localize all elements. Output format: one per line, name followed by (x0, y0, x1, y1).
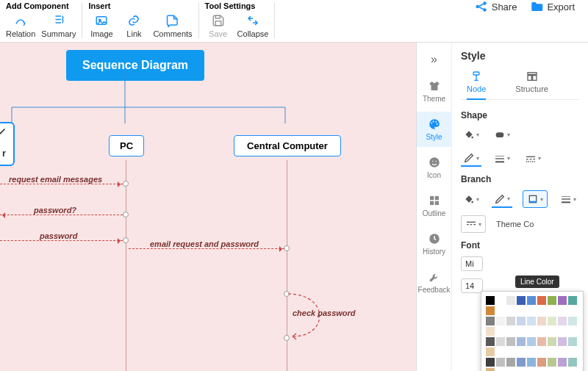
color-swatch[interactable] (486, 347, 495, 356)
color-swatch[interactable] (558, 337, 567, 346)
svg-rect-3 (215, 21, 221, 26)
message-line[interactable] (0, 240, 123, 241)
relation-button[interactable]: Relation (6, 13, 35, 38)
diagram-canvas[interactable]: Sequence Diagram r PC Central Computer r… (0, 43, 416, 371)
color-swatch[interactable] (537, 317, 546, 325)
export-button[interactable]: Export (530, 0, 575, 13)
color-swatch[interactable] (548, 317, 556, 325)
svg-point-4 (476, 5, 479, 9)
shape-fill-button[interactable]: ▾ (461, 126, 481, 143)
color-swatch[interactable] (496, 317, 505, 325)
color-swatch[interactable] (558, 296, 567, 305)
message-line[interactable] (0, 184, 123, 184)
summary-icon (51, 13, 66, 28)
color-swatch[interactable] (568, 317, 577, 325)
join[interactable] (123, 237, 129, 243)
tab-style[interactable]: Style (417, 112, 452, 147)
color-swatch[interactable] (527, 358, 536, 367)
color-swatch[interactable] (537, 296, 546, 305)
svg-rect-15 (434, 196, 438, 200)
color-swatch[interactable] (486, 358, 495, 367)
color-swatch[interactable] (486, 306, 495, 315)
color-swatch[interactable] (517, 296, 526, 305)
color-swatch[interactable] (517, 358, 526, 367)
join[interactable] (284, 291, 290, 297)
actor-edge[interactable]: r (0, 122, 15, 166)
subtab-node[interactable]: Node (467, 71, 486, 99)
summary-button[interactable]: Summary (41, 13, 76, 38)
color-swatch[interactable] (506, 317, 515, 325)
color-swatch[interactable] (486, 337, 495, 346)
tab-icon[interactable]: Icon (417, 150, 452, 185)
color-swatch[interactable] (506, 296, 515, 305)
color-swatch[interactable] (486, 317, 495, 325)
color-swatch[interactable] (527, 296, 536, 305)
color-swatch[interactable] (568, 337, 577, 346)
message-line[interactable] (0, 215, 123, 215)
group-title-add: Add Component (6, 0, 76, 10)
comments-button[interactable]: Comments (153, 13, 192, 38)
branch-line-color-button[interactable]: ▾ (523, 190, 548, 208)
branch-pen-button[interactable]: ▾ (492, 190, 512, 208)
color-swatch[interactable] (517, 317, 526, 325)
collapse-button[interactable]: Collapse (237, 13, 269, 38)
color-swatch[interactable] (568, 296, 577, 305)
link-button[interactable]: Link (121, 13, 147, 38)
color-swatch[interactable] (496, 358, 505, 367)
subtab-structure[interactable]: Structure (515, 71, 548, 99)
tooltip: Line Color (515, 275, 559, 288)
color-swatch[interactable] (506, 358, 515, 367)
color-swatch[interactable] (537, 337, 546, 346)
join[interactable] (123, 212, 129, 217)
tab-outline[interactable]: Outline (417, 188, 452, 223)
message-line[interactable] (129, 248, 284, 249)
branch-fill-button[interactable]: ▾ (461, 190, 481, 208)
color-swatch[interactable] (486, 327, 495, 336)
svg-rect-34 (562, 201, 570, 203)
color-swatch[interactable] (558, 317, 567, 325)
color-swatch[interactable] (486, 368, 495, 371)
svg-rect-16 (430, 201, 434, 205)
branch-dash-button[interactable]: ▾ (461, 215, 486, 233)
color-swatch[interactable] (548, 358, 556, 367)
image-button[interactable]: Image (88, 13, 115, 38)
color-swatch[interactable] (496, 337, 505, 346)
share-button[interactable]: Share (475, 0, 517, 13)
font-size-select[interactable]: 14 (461, 278, 483, 293)
font-family-select[interactable]: Mi (461, 256, 483, 271)
tab-feedback[interactable]: Feedback (417, 264, 452, 300)
section-shape: Shape (461, 110, 579, 120)
group-title-tools: Tool Settings (205, 0, 269, 10)
color-swatch[interactable] (486, 296, 495, 305)
branch-weight-button[interactable]: ▾ (558, 190, 578, 208)
color-swatch[interactable] (548, 296, 556, 305)
svg-rect-26 (495, 158, 504, 159)
svg-rect-14 (430, 196, 434, 200)
join[interactable] (123, 181, 129, 187)
actor-pc[interactable]: PC (109, 135, 144, 156)
message-label: email request and password (150, 239, 259, 248)
color-swatch[interactable] (496, 296, 505, 305)
color-swatch[interactable] (537, 358, 546, 367)
color-swatch[interactable] (558, 358, 567, 367)
color-swatch[interactable] (517, 337, 526, 346)
shape-border-dash[interactable]: ▾ (523, 150, 543, 167)
shape-border-color[interactable]: ▾ (461, 150, 481, 167)
color-swatch[interactable] (548, 337, 556, 346)
tab-theme[interactable]: Theme (417, 73, 452, 109)
color-swatch[interactable] (527, 317, 536, 325)
svg-rect-22 (532, 76, 536, 81)
style-panel: Style Node Structure Shape ▾ ▾ ▾ ▾ ▾ (452, 43, 588, 371)
actor-central[interactable]: Central Computer (234, 135, 341, 156)
diagram-title[interactable]: Sequence Diagram (66, 50, 204, 81)
sidebar-collapse[interactable]: » (426, 48, 442, 71)
tab-history[interactable]: History (417, 226, 452, 262)
save-button[interactable]: Save (205, 13, 232, 38)
section-branch: Branch (461, 174, 579, 184)
color-swatch[interactable] (527, 337, 536, 346)
color-swatch[interactable] (568, 358, 577, 367)
color-swatch[interactable] (506, 337, 515, 346)
join[interactable] (284, 335, 290, 341)
shape-border-weight[interactable]: ▾ (492, 150, 512, 167)
shape-style-button[interactable]: ▾ (492, 126, 512, 143)
